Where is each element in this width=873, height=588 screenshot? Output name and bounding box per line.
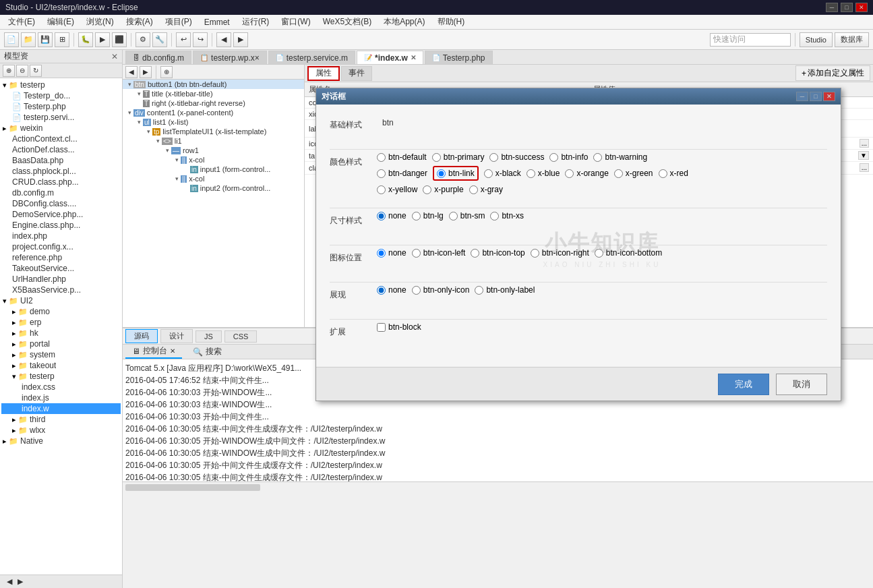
tree-item-urlhandler[interactable]: UrlHandler.php [1, 274, 121, 285]
tb-new-btn[interactable]: 📄 [4, 32, 19, 47]
ed-btn-js[interactable]: JS [195, 330, 222, 343]
prop-target-btn[interactable]: ▼ [858, 151, 869, 160]
tree-item-reference[interactable]: reference.php [1, 252, 121, 263]
console-tab-search[interactable]: 🔍 搜索 [186, 345, 229, 359]
menu-emmet[interactable]: Emmet [199, 16, 235, 28]
ed-btn-source[interactable]: 源码 [125, 329, 158, 343]
prop-icon-btn[interactable]: ... [860, 139, 869, 148]
tree-node-input2[interactable]: in input2 (form-control... [123, 183, 304, 193]
tree-item-third[interactable]: ▸ 📁 third [1, 414, 121, 425]
tree-item-actiondef[interactable]: ActionDef.class... [1, 144, 121, 155]
radio-x-black[interactable]: x-black [484, 169, 521, 178]
tree-item-baasdata[interactable]: BaasData.php [1, 155, 121, 166]
radio-x-purple[interactable]: x-purple [423, 185, 463, 194]
tree-item-system[interactable]: ▸ 📁 system [1, 349, 121, 360]
radio-x-orange[interactable]: x-orange [565, 169, 608, 178]
dialog-confirm-btn[interactable]: 完成 [718, 374, 769, 395]
props-tab-attributes[interactable]: 属性 [307, 66, 340, 81]
tab-close-btn[interactable]: ✕ [411, 54, 416, 61]
db-btn[interactable]: 数据库 [835, 32, 869, 47]
tree-item-weixin[interactable]: ▸ 📁 weixin [1, 123, 121, 134]
radio-btn-link-input[interactable] [437, 169, 446, 178]
radio-x-blue[interactable]: x-blue [526, 169, 560, 178]
radio-display-only-icon[interactable]: btn-only-icon [412, 285, 470, 295]
radio-x-red[interactable]: x-red [659, 169, 688, 178]
panel-close-btn[interactable]: ✕ [111, 52, 118, 61]
tree-item-dbconfig-m[interactable]: db.config.m [1, 187, 121, 198]
tree-node-row1[interactable]: ▾ — row1 [123, 146, 304, 155]
tree-item-testerp-do[interactable]: 📄 Testerp_do... [1, 90, 121, 101]
dialog-close-btn[interactable]: ✕ [823, 92, 835, 101]
tab-dbconfig[interactable]: 🗄 db.config.m [125, 51, 191, 64]
dialog-cancel-btn[interactable]: 取消 [776, 374, 827, 395]
radio-btn-link-highlighted[interactable]: btn-link [433, 166, 479, 181]
radio-btn-warning[interactable]: btn-warning [593, 152, 647, 162]
radio-size-none[interactable]: none [377, 211, 407, 220]
tree-item-project-config[interactable]: project.config.x... [1, 241, 121, 252]
radio-x-green[interactable]: x-green [614, 169, 653, 178]
tree-item-crud[interactable]: CRUD.class.php... [1, 177, 121, 187]
tb-back-btn[interactable]: ◀ [216, 32, 231, 47]
te-back-btn[interactable]: ◀ [125, 66, 138, 78]
tree-node-title[interactable]: ▾ T title (x-titlebar-title) [123, 89, 304, 98]
menu-file[interactable]: 文件(E) [3, 15, 40, 29]
tree-item-ui2[interactable]: ▾ 📁 UI2 [1, 295, 121, 306]
menu-localapp[interactable]: 本地App(A) [378, 15, 430, 29]
quick-access-input[interactable]: 快速访问 [710, 33, 791, 47]
radio-btn-danger[interactable]: btn-danger [377, 169, 427, 178]
tree-item-testerp[interactable]: ▾ 📁 testerp [1, 80, 121, 90]
scroll-left-btn[interactable]: ◀ [4, 577, 15, 586]
lp-expand-btn[interactable]: ⊕ [3, 65, 15, 77]
close-btn[interactable]: ✕ [855, 3, 868, 12]
radio-x-gray[interactable]: x-gray [469, 185, 503, 194]
tree-item-actioncontext[interactable]: ActionContext.cl... [1, 134, 121, 144]
radio-display-only-label[interactable]: btn-only-label [475, 285, 535, 295]
menu-run[interactable]: 运行(R) [237, 15, 275, 29]
tb-build-btn[interactable]: ⚙ [136, 32, 150, 47]
radio-btn-success[interactable]: btn-success [489, 152, 544, 162]
menu-browse[interactable]: 浏览(N) [81, 15, 119, 29]
tree-node-li1[interactable]: ▾ <> li1 [123, 136, 304, 146]
tree-item-testerp-php[interactable]: 📄 Testerp.php [1, 101, 121, 112]
tree-item-index-w[interactable]: index.w [1, 403, 121, 414]
dialog-maximize-btn[interactable]: □ [810, 92, 822, 101]
tb-save-btn[interactable]: 💾 [38, 32, 53, 47]
tree-item-phplock[interactable]: class.phplock.pl... [1, 166, 121, 177]
radio-btn-info[interactable]: btn-info [549, 152, 588, 162]
radio-size-xs[interactable]: btn-xs [490, 211, 524, 220]
radio-x-yellow[interactable]: x-yellow [377, 185, 417, 194]
tree-node-right[interactable]: T right (x-titlebar-right reverse) [123, 98, 304, 108]
maximize-btn[interactable]: □ [841, 3, 853, 12]
prop-class-btn[interactable]: ... [860, 163, 869, 172]
radio-size-lg[interactable]: btn-lg [412, 211, 444, 220]
lp-collapse-btn[interactable]: ⊖ [16, 65, 28, 77]
checkbox-btn-block[interactable]: btn-block [377, 322, 421, 332]
tb-undo-btn[interactable]: ↩ [176, 32, 191, 47]
radio-iconpos-left[interactable]: btn-icon-left [412, 248, 466, 258]
tb-debug-btn[interactable]: 🐛 [78, 32, 93, 47]
te-forward-btn[interactable]: ▶ [140, 66, 152, 78]
menu-project[interactable]: 项目(P) [160, 15, 198, 29]
radio-iconpos-top[interactable]: btn-icon-top [471, 248, 524, 258]
tb-stop-btn[interactable]: ⬛ [112, 32, 127, 47]
tab-testerp-wp[interactable]: 📋 testerp.wp.x× [193, 51, 267, 64]
menu-window[interactable]: 窗口(W) [276, 15, 315, 29]
tree-item-demo-service[interactable]: DemoService.php... [1, 209, 121, 220]
dialog-minimize-btn[interactable]: ─ [796, 92, 808, 101]
tb-redo-btn[interactable]: ↪ [193, 32, 208, 47]
tree-item-index-css[interactable]: index.css [1, 382, 121, 392]
menu-help[interactable]: 帮助(H) [432, 15, 471, 29]
radio-size-sm[interactable]: btn-sm [449, 211, 485, 220]
menu-wex5docs[interactable]: WeX5文档(B) [318, 15, 377, 29]
radio-iconpos-right[interactable]: btn-icon-right [531, 248, 589, 258]
minimize-btn[interactable]: ─ [826, 3, 838, 12]
console-tab-console[interactable]: 🖥 控制台 ✕ [125, 345, 182, 359]
ed-btn-design[interactable]: 设计 [160, 329, 193, 343]
scroll-right-btn[interactable]: ▶ [15, 577, 26, 586]
props-tab-events[interactable]: 事件 [341, 66, 372, 81]
radio-display-none[interactable]: none [377, 285, 407, 295]
tree-node-list1[interactable]: ▾ ul list1 (x-list) [123, 117, 304, 127]
radio-iconpos-bottom[interactable]: btn-icon-bottom [595, 248, 662, 258]
tb-save-all-btn[interactable]: ⊞ [55, 32, 69, 47]
tree-item-index-php[interactable]: index.php [1, 231, 121, 241]
